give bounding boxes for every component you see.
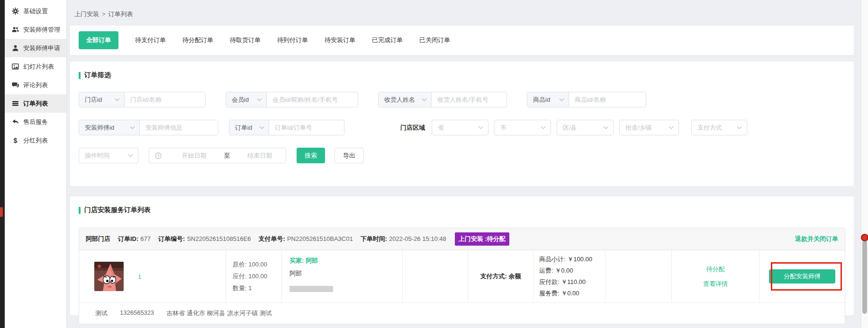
- member-id-select[interactable]: 会员id: [226, 92, 267, 107]
- view-detail-link[interactable]: 查看详情: [703, 280, 728, 288]
- store-id-select[interactable]: 门店id: [79, 92, 125, 107]
- collapsed-nav-strip: [0, 0, 5, 328]
- list-icon: [12, 100, 19, 107]
- service-fee-line: 服务费: ￥0.00: [539, 289, 605, 298]
- end-date-placeholder[interactable]: 结束日期: [240, 151, 280, 160]
- tab-pending-delivery-payment[interactable]: 待到付订单: [277, 36, 308, 44]
- chevron-down-icon: [541, 126, 546, 129]
- installer-search-input[interactable]: [140, 120, 218, 135]
- consignee-name: 测试: [95, 309, 108, 318]
- scrollbar: [861, 0, 868, 328]
- product-cell: 1: [79, 250, 226, 302]
- edge-red-marker: [0, 207, 3, 217]
- product-quantity: 1: [138, 273, 141, 280]
- sidebar-item-slideshow-list[interactable]: 幻灯片列表: [5, 57, 66, 76]
- chevron-down-icon: [422, 98, 427, 101]
- store-filter: 门店id: [79, 92, 206, 107]
- tab-pending-assignment[interactable]: 待分配订单: [182, 36, 213, 44]
- order-time-field: 下单时间:2022-05-26 15:10:48: [361, 235, 446, 243]
- district-select[interactable]: 区/县: [557, 120, 614, 135]
- breadcrumb-section[interactable]: 上门安装: [74, 10, 99, 18]
- sidebar-item-installer-apply[interactable]: 安装师傅申请: [5, 39, 66, 57]
- start-date-placeholder[interactable]: 开始日期: [174, 151, 214, 160]
- operate-time-select[interactable]: 操作时间: [79, 148, 138, 163]
- export-button[interactable]: 导出: [335, 148, 364, 163]
- order-id-field: 订单ID:677: [118, 235, 151, 243]
- sidebar-item-after-sales[interactable]: 售后服务: [5, 113, 66, 131]
- filter-row-1: 门店id 会员id 收货人姓名: [79, 92, 845, 107]
- sidebar-item-comment-list[interactable]: 评论列表: [5, 76, 66, 94]
- empty-cell: [403, 250, 468, 302]
- chevron-down-icon: [259, 126, 264, 129]
- sidebar-item-label: 安装师傅申请: [23, 44, 60, 53]
- chevron-down-icon: [669, 126, 674, 129]
- member-filter: 会员id: [226, 92, 358, 107]
- date-range-to-label: 至: [214, 151, 239, 160]
- sidebar: 基础设置 安装师傅管理 安装师傅申请 幻灯片列表 评论列表 订单列表 售后服: [5, 0, 66, 328]
- chevron-down-icon: [737, 126, 742, 129]
- order-block: 阿部门店 订单ID:677 订单编号:SN22052615108516E6 支付…: [79, 228, 845, 324]
- product-search-input[interactable]: [569, 92, 646, 107]
- sidebar-item-basic-settings[interactable]: 基础设置: [5, 2, 66, 20]
- product-id-select[interactable]: 商品id: [527, 92, 569, 107]
- users-icon: [12, 26, 19, 33]
- sidebar-item-dividend-list[interactable]: $ 分红列表: [5, 131, 66, 150]
- user-icon: [12, 44, 19, 52]
- scrollbar-thumb[interactable]: [862, 240, 867, 314]
- sidebar-item-installer-management[interactable]: 安装师傅管理: [5, 20, 66, 39]
- installer-id-select[interactable]: 安装师傅id: [79, 120, 140, 135]
- amount-due-line: 应付款: ￥110.00: [539, 278, 605, 286]
- consignee-phone: 1326565323: [120, 309, 154, 318]
- order-filter-panel: 订单筛选 门店id 会员id 收货人姓名: [70, 62, 854, 186]
- consignee-select[interactable]: 收货人姓名: [379, 92, 432, 107]
- buyer-name: 阿部: [289, 269, 402, 278]
- consignee-search-input[interactable]: [432, 92, 506, 107]
- order-list-panel: 门店安装服务订单列表 阿部门店 订单ID:677 订单编号:SN22052615…: [70, 196, 854, 315]
- product-image[interactable]: [94, 262, 124, 291]
- comment-icon: [12, 81, 19, 89]
- chevron-down-icon: [603, 126, 608, 129]
- tab-pending-installation[interactable]: 待安装订单: [325, 36, 355, 44]
- status-text: 待分配: [706, 265, 725, 274]
- tab-closed[interactable]: 已关闭订单: [419, 36, 450, 44]
- product-filter: 商品id: [527, 92, 646, 107]
- gear-icon: [12, 8, 19, 15]
- tab-pending-pickup[interactable]: 待取货订单: [230, 36, 261, 44]
- sidebar-item-label: 订单列表: [23, 99, 48, 108]
- sidebar-item-label: 售后服务: [23, 118, 48, 126]
- buyer-cell: 买家: 阿部 阿部: [282, 250, 403, 302]
- main-content: 上门安装>订单列表 全部订单 待支付订单 待分配订单 待取货订单 待到付订单 待…: [66, 0, 868, 328]
- image-icon: [12, 63, 19, 70]
- status-cell: 待分配 查看详情: [672, 250, 760, 302]
- action-cell: 分配安装师傅: [760, 250, 845, 302]
- store-name: 阿部门店: [86, 235, 110, 243]
- reply-icon: [12, 118, 19, 125]
- store-search-input[interactable]: [125, 92, 205, 107]
- street-select[interactable]: 街道/乡镇: [619, 120, 679, 135]
- date-range-picker[interactable]: 开始日期 至 结束日期: [149, 148, 286, 163]
- refund-close-link[interactable]: 退款并关闭订单: [795, 235, 838, 243]
- payment-method-select[interactable]: 支付方式: [691, 120, 747, 135]
- tab-pending-payment[interactable]: 待支付订单: [135, 36, 166, 44]
- city-select[interactable]: 市: [494, 120, 551, 135]
- order-address-row: 测试 1326565323 吉林省 通化市 柳河县 凉水河子镇 测试: [79, 302, 845, 324]
- order-status-badge: 上门安装 :待分配: [455, 232, 509, 246]
- breadcrumb-separator: >: [102, 10, 106, 18]
- tab-all-orders[interactable]: 全部订单: [79, 31, 118, 49]
- search-button[interactable]: 搜索: [297, 148, 325, 163]
- order-tabs: 全部订单 待支付订单 待分配订单 待取货订单 待到付订单 待安装订单 已完成订单…: [70, 26, 854, 55]
- chevron-down-icon: [478, 126, 483, 129]
- sidebar-item-label: 评论列表: [23, 81, 48, 89]
- member-search-input[interactable]: [267, 92, 358, 107]
- assign-installer-button[interactable]: 分配安装师傅: [769, 269, 835, 284]
- buyer-label: 买家: 阿部: [289, 257, 402, 265]
- sidebar-item-order-list[interactable]: 订单列表: [5, 94, 66, 113]
- tab-completed[interactable]: 已完成订单: [372, 36, 403, 44]
- section-accent-bar: [79, 207, 81, 214]
- filter-row-2: 安装师傅id 订单id 门店区域 省 市: [79, 120, 845, 135]
- province-select[interactable]: 省: [432, 120, 488, 135]
- order-id-select[interactable]: 订单id: [229, 120, 269, 135]
- dollar-icon: $: [12, 137, 19, 144]
- chevron-down-icon: [128, 154, 133, 157]
- order-search-input[interactable]: [269, 120, 344, 135]
